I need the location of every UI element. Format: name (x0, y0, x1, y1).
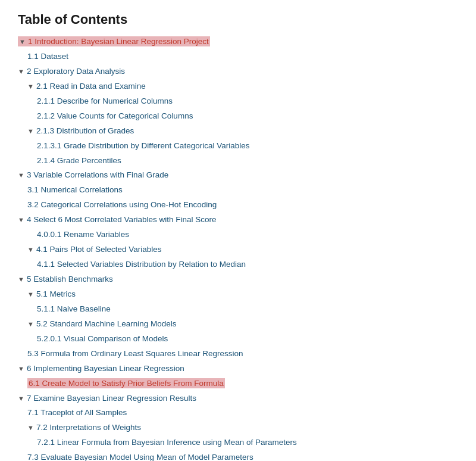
toc-link[interactable]: ▼5.1 Metrics (27, 289, 76, 298)
toc-link[interactable]: 1.1 Dataset (27, 52, 68, 61)
toc-link[interactable]: 4.0.0.1 Rename Variables (37, 230, 129, 239)
toc-arrow: ▼ (27, 289, 34, 300)
toc-link[interactable]: ▼7 Examine Bayesian Linear Regression Re… (18, 394, 196, 403)
toc-item: 4.0.0.1 Rename Variables (18, 228, 458, 242)
toc-link[interactable]: 2.1.1 Describe for Numerical Columns (37, 96, 173, 105)
toc-item: ▼1 Introduction: Bayesian Linear Regress… (18, 35, 458, 49)
toc-item: ▼2 Exploratory Data Analysis (18, 64, 458, 79)
toc-link[interactable]: 5.3 Formula from Ordinary Least Squares … (27, 349, 243, 358)
toc-link[interactable]: 2.1.2 Value Counts for Categorical Colum… (37, 111, 193, 120)
toc-item: ▼7 Examine Bayesian Linear Regression Re… (18, 391, 458, 406)
toc-link[interactable]: 3.2 Categorical Correlations using One-H… (27, 200, 217, 209)
toc-arrow: ▼ (27, 81, 34, 92)
toc-item: 7.1 Traceplot of All Samples (18, 406, 458, 420)
toc-link[interactable]: ▼6 Implementing Bayesian Linear Regressi… (18, 364, 184, 373)
toc-item: ▼6 Implementing Bayesian Linear Regressi… (18, 362, 458, 376)
toc-link[interactable]: 7.1 Traceplot of All Samples (27, 408, 127, 417)
toc-link[interactable]: 3.1 Numerical Correlations (27, 185, 123, 194)
toc-arrow: ▼ (18, 214, 24, 226)
page-container: Table of Contents ▼1 Introduction: Bayes… (0, 0, 476, 461)
toc-link[interactable]: ▼2.1.3 Distribution of Grades (27, 126, 134, 135)
toc-link[interactable]: ▼2.1 Read in Data and Examine (27, 82, 146, 91)
toc-link[interactable]: ▼1 Introduction: Bayesian Linear Regress… (18, 36, 210, 46)
toc-item: 4.1.1 Selected Variables Distribution by… (18, 257, 458, 272)
toc-arrow: ▼ (27, 244, 34, 256)
toc-link[interactable]: 7.3 Evaluate Bayesian Model Using Mean o… (27, 453, 253, 461)
toc-link[interactable]: ▼4 Select 6 Most Correlated Variables wi… (18, 215, 217, 224)
toc-arrow: ▼ (27, 126, 34, 137)
toc-arrow: ▼ (19, 36, 26, 48)
toc-item: ▼4.1 Pairs Plot of Selected Variables (18, 242, 458, 257)
toc-item: ▼2.1 Read in Data and Examine (18, 79, 458, 94)
toc-link[interactable]: ▼7.2 Interpretations of Weights (27, 423, 141, 432)
toc-item: 2.1.1 Describe for Numerical Columns (18, 94, 458, 108)
toc-link[interactable]: ▼2 Exploratory Data Analysis (18, 67, 125, 76)
toc-arrow: ▼ (18, 66, 24, 77)
toc-list: ▼1 Introduction: Bayesian Linear Regress… (18, 35, 458, 461)
toc-arrow: ▼ (27, 422, 34, 434)
toc-item: ▼2.1.3 Distribution of Grades (18, 124, 458, 138)
toc-link[interactable]: 2.1.4 Grade Percentiles (37, 156, 121, 165)
toc-item: ▼4 Select 6 Most Correlated Variables wi… (18, 213, 458, 227)
toc-arrow: ▼ (27, 319, 34, 330)
toc-link[interactable]: ▼5 Establish Benchmarks (18, 275, 113, 284)
toc-item: 2.1.2 Value Counts for Categorical Colum… (18, 109, 458, 123)
toc-item: 3.2 Categorical Correlations using One-H… (18, 198, 458, 212)
toc-arrow: ▼ (18, 393, 24, 404)
toc-item: 3.1 Numerical Correlations (18, 183, 458, 197)
toc-arrow: ▼ (18, 274, 24, 285)
toc-item: 2.1.3.1 Grade Distribution by Different … (18, 139, 458, 153)
toc-item: 6.1 Create Model to Satisfy Prior Belief… (18, 376, 458, 391)
toc-item: 7.3 Evaluate Bayesian Model Using Mean o… (18, 450, 458, 461)
toc-item: ▼5.2 Standard Machine Learning Models (18, 317, 458, 331)
toc-item: ▼5.1 Metrics (18, 287, 458, 301)
toc-item: 7.2.1 Linear Formula from Bayesian Infer… (18, 435, 458, 450)
toc-link[interactable]: ▼4.1 Pairs Plot of Selected Variables (27, 245, 162, 254)
toc-link[interactable]: 6.1 Create Model to Satisfy Prior Belief… (27, 378, 225, 388)
toc-item: ▼3 Variable Correlations with Final Grad… (18, 168, 458, 182)
toc-item: 2.1.4 Grade Percentiles (18, 154, 458, 168)
table-of-contents: Table of Contents ▼1 Introduction: Bayes… (18, 12, 458, 461)
toc-item: ▼7.2 Interpretations of Weights (18, 420, 458, 435)
toc-link[interactable]: 5.1.1 Naive Baseline (37, 304, 111, 313)
toc-item: ▼5 Establish Benchmarks (18, 272, 458, 286)
toc-title: Table of Contents (18, 12, 458, 27)
toc-item: 1.1 Dataset (18, 49, 458, 64)
toc-arrow: ▼ (18, 170, 24, 181)
toc-link[interactable]: 2.1.3.1 Grade Distribution by Different … (37, 141, 249, 150)
toc-item: 5.2.0.1 Visual Comparison of Models (18, 332, 458, 346)
toc-link[interactable]: ▼3 Variable Correlations with Final Grad… (18, 170, 168, 179)
toc-link[interactable]: 4.1.1 Selected Variables Distribution by… (37, 260, 246, 269)
toc-item: 5.3 Formula from Ordinary Least Squares … (18, 347, 458, 361)
toc-link[interactable]: 5.2.0.1 Visual Comparison of Models (37, 334, 168, 343)
toc-arrow: ▼ (18, 363, 24, 375)
toc-link[interactable]: ▼5.2 Standard Machine Learning Models (27, 319, 177, 328)
toc-item: 5.1.1 Naive Baseline (18, 302, 458, 316)
toc-link[interactable]: 7.2.1 Linear Formula from Bayesian Infer… (37, 438, 297, 447)
